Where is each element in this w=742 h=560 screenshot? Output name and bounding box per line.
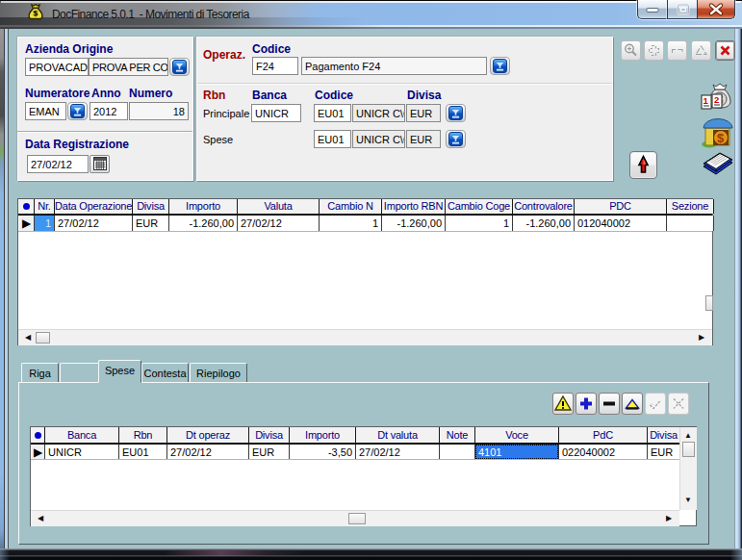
svg-text:$: $ bbox=[717, 131, 725, 145]
svg-text:1: 1 bbox=[704, 95, 709, 106]
svg-text:2: 2 bbox=[714, 94, 719, 105]
